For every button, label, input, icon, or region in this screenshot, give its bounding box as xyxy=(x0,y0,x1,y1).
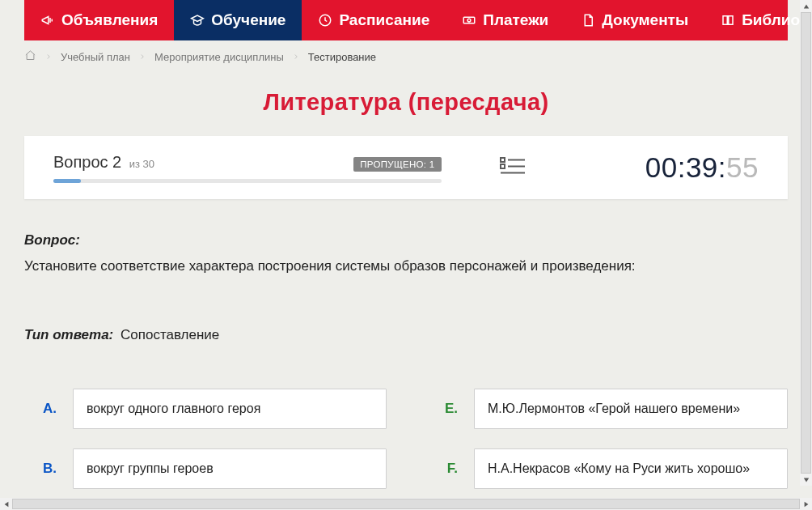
test-status-card: Вопрос 2 из 30 ПРОПУЩЕНО: 1 00:39:55 xyxy=(24,136,788,199)
answer-type-label: Тип ответа: xyxy=(24,327,113,342)
answer-option: B. вокруг группы героев xyxy=(24,448,387,489)
svg-rect-3 xyxy=(501,158,505,162)
megaphone-icon xyxy=(40,13,55,28)
breadcrumb-link[interactable]: Мероприятие дисциплины xyxy=(154,51,284,63)
question-counter: Вопрос 2 из 30 xyxy=(53,153,154,172)
vertical-scrollbar[interactable] xyxy=(800,0,812,486)
chevron-right-icon xyxy=(138,51,146,63)
option-box[interactable]: вокруг одного главного героя xyxy=(73,389,387,429)
breadcrumb: Учебный план Мероприятие дисциплины Тест… xyxy=(24,40,788,73)
breadcrumb-link[interactable]: Учебный план xyxy=(61,51,130,63)
skipped-badge: ПРОПУЩЕНО: 1 xyxy=(353,157,441,172)
question-text: Установите соответствие характера постро… xyxy=(24,256,788,277)
nav-label: Платежи xyxy=(483,11,548,29)
nav-label: Расписание xyxy=(339,11,429,29)
option-box[interactable]: Н.А.Некрасов «Кому на Руси жить хорошо» xyxy=(474,448,788,489)
option-letter: E. xyxy=(425,389,458,429)
nav-announcements[interactable]: Объявления xyxy=(24,0,174,40)
option-box[interactable]: М.Ю.Лермонтов «Герой нашего времени» xyxy=(474,389,788,429)
option-letter: F. xyxy=(425,448,458,489)
nav-label: Документы xyxy=(602,11,688,29)
nav-library[interactable]: Библиотека xyxy=(704,0,812,40)
answer-type: Сопоставление xyxy=(121,327,219,342)
book-icon xyxy=(721,13,735,28)
scroll-up-button[interactable] xyxy=(800,0,812,12)
cash-icon xyxy=(462,13,476,28)
timer: 00:39:55 xyxy=(559,151,788,184)
chevron-right-icon xyxy=(44,51,53,63)
nav-education[interactable]: Обучение xyxy=(174,0,302,40)
home-icon[interactable] xyxy=(24,49,36,64)
page-title: Литература (пересдача) xyxy=(24,89,788,116)
list-icon xyxy=(500,155,526,177)
nav-schedule[interactable]: Расписание xyxy=(302,0,446,40)
answer-option: E. М.Ю.Лермонтов «Герой нашего времени» xyxy=(425,389,788,429)
question-label: Вопрос: xyxy=(24,232,80,248)
scroll-left-button[interactable] xyxy=(0,498,12,510)
answer-option: F. Н.А.Некрасов «Кому на Руси жить хорош… xyxy=(425,448,788,489)
breadcrumb-current: Тестирование xyxy=(308,51,376,63)
clock-icon xyxy=(318,13,332,28)
progress-bar xyxy=(53,179,442,183)
scroll-right-button[interactable] xyxy=(800,498,812,510)
scroll-down-button[interactable] xyxy=(800,474,812,486)
nav-documents[interactable]: Документы xyxy=(565,0,704,40)
option-box[interactable]: вокруг группы героев xyxy=(73,448,387,489)
scroll-track[interactable] xyxy=(12,499,800,509)
graduation-cap-icon xyxy=(190,13,205,28)
nav-label: Объявления xyxy=(61,11,158,29)
document-icon xyxy=(581,13,595,28)
svg-rect-5 xyxy=(501,164,505,168)
svg-point-2 xyxy=(467,19,471,22)
progress-fill xyxy=(53,179,81,183)
horizontal-scrollbar[interactable] xyxy=(0,498,812,510)
nav-payments[interactable]: Платежи xyxy=(446,0,565,40)
question-list-button[interactable] xyxy=(500,155,526,181)
question-body: Вопрос: Установите соответствие характер… xyxy=(24,230,788,346)
nav-label: Обучение xyxy=(211,11,285,29)
option-letter: B. xyxy=(24,448,57,489)
scroll-track[interactable] xyxy=(801,12,811,474)
answer-grid: A. вокруг одного главного героя B. вокру… xyxy=(24,389,788,489)
answer-option: A. вокруг одного главного героя xyxy=(24,389,387,429)
top-nav: Объявления Обучение Расписание Платежи Д… xyxy=(24,0,788,40)
chevron-right-icon xyxy=(292,51,300,63)
option-letter: A. xyxy=(24,389,57,429)
